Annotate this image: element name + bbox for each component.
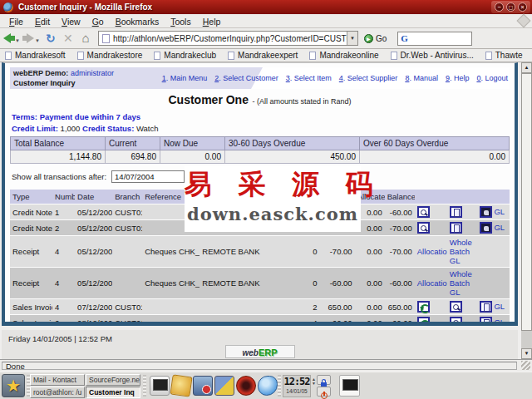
- page-nav-link[interactable]: 0. Logout: [476, 74, 508, 82]
- action-cell: [477, 236, 510, 267]
- transaction-cell: CUST01: [112, 299, 142, 314]
- menu-item[interactable]: Bookmarks: [110, 15, 165, 28]
- applet-handle[interactable]: [143, 375, 146, 397]
- menu-item[interactable]: Go: [86, 15, 110, 28]
- back-arrow-icon: [3, 33, 11, 43]
- remote-desktop-icon[interactable]: [193, 376, 213, 396]
- document-icon[interactable]: [450, 206, 462, 218]
- home-icon[interactable]: ⌂: [78, 32, 93, 44]
- task-button[interactable]: Customer Inq: [86, 387, 140, 398]
- maximize-button[interactable]: ◻: [506, 2, 515, 12]
- gl-link[interactable]: GL: [494, 223, 505, 232]
- transaction-cell: [142, 315, 200, 326]
- bookmark-item[interactable]: Mandrakestore: [77, 51, 143, 60]
- bookmark-item[interactable]: Mandrakeexpert: [228, 51, 298, 60]
- menu-item[interactable]: Help: [197, 15, 227, 28]
- gl-link[interactable]: GL: [494, 207, 505, 216]
- menu-item[interactable]: File: [3, 15, 29, 28]
- lock-session-button[interactable]: [317, 375, 331, 385]
- search-input[interactable]: G: [397, 32, 472, 46]
- weberp-logo[interactable]: webERP: [225, 345, 295, 358]
- summary-header-row: Total BalanceCurrentNow Due30-60 Days Ov…: [11, 137, 510, 150]
- bookmark-item[interactable]: Mandrakeonline: [309, 51, 378, 60]
- action-cell: [447, 315, 477, 326]
- action-cell: Allocation: [415, 236, 447, 267]
- page-nav-link[interactable]: 2. Select Customer: [214, 74, 278, 82]
- stop-icon[interactable]: ✕: [61, 32, 76, 44]
- hand-icon[interactable]: [480, 222, 492, 234]
- gl-link[interactable]: GL: [494, 302, 505, 311]
- transaction-cell: -60.00: [385, 204, 415, 219]
- applet-handle[interactable]: [278, 375, 281, 397]
- k-menu-button[interactable]: ★: [2, 374, 25, 397]
- bookmark-item[interactable]: Mandrakeclub: [154, 51, 216, 60]
- minimize-button[interactable]: −: [495, 2, 504, 12]
- whole-batch-gl-link[interactable]: Whole Batch GL: [450, 238, 472, 265]
- document-icon[interactable]: [480, 301, 492, 313]
- clock-spin-icons[interactable]: ▲▼: [312, 377, 316, 386]
- resize-grip[interactable]: [521, 361, 530, 370]
- back-button[interactable]: ▼: [3, 33, 21, 43]
- menu-item[interactable]: View: [56, 15, 86, 28]
- scroll-down-icon[interactable]: ▼: [521, 348, 532, 359]
- magnifier-icon[interactable]: [450, 317, 462, 326]
- page-nav-link[interactable]: 9. Help: [446, 74, 470, 82]
- transaction-cell: -70.00: [320, 236, 355, 267]
- logout-button[interactable]: [317, 387, 331, 397]
- reload-icon[interactable]: ↻: [43, 32, 58, 44]
- page-nav-link[interactable]: 4. Select Supplier: [339, 74, 398, 82]
- red-star-icon[interactable]: [236, 376, 256, 396]
- menu-item[interactable]: Tools: [165, 15, 197, 28]
- back-dropdown-icon[interactable]: ▼: [15, 38, 20, 43]
- url-bar[interactable]: http://athlon/webERP/CustomerInquiry.php…: [98, 31, 358, 46]
- forward-dropdown-icon[interactable]: ▼: [35, 38, 40, 43]
- gl-link[interactable]: GL: [494, 318, 505, 326]
- magnifier-icon[interactable]: [450, 301, 462, 313]
- vertical-scrollbar[interactable]: ▲ ▼: [521, 62, 532, 359]
- transaction-cell: 05/12/2004: [75, 220, 112, 235]
- bookmark-item[interactable]: Dr.Web - Antivirus...: [391, 51, 474, 60]
- konsole-icon[interactable]: [150, 376, 170, 396]
- document-icon[interactable]: [450, 222, 462, 234]
- allocation-link[interactable]: Allocation: [417, 247, 447, 256]
- hand-icon[interactable]: [480, 206, 492, 218]
- url-dropdown-icon[interactable]: ▼: [347, 32, 357, 45]
- paint-icon[interactable]: [214, 376, 234, 396]
- magnifier-icon[interactable]: [417, 206, 430, 218]
- page-nav-link[interactable]: 1. Main Menu: [162, 74, 208, 82]
- forward-button[interactable]: ▼: [23, 33, 41, 43]
- page-nav-link[interactable]: 8. Manual: [405, 74, 438, 82]
- clock-time: 12:52: [283, 376, 310, 388]
- go-button[interactable]: ▶Go: [361, 33, 390, 44]
- date-after-input[interactable]: [111, 170, 185, 183]
- action-cell: [447, 220, 477, 235]
- scrollbar-thumb[interactable]: [521, 73, 532, 331]
- logo-erp: ERP: [259, 347, 278, 357]
- window-titlebar[interactable]: Customer Inquiry - Mozilla Firefox − ◻ ×: [0, 0, 532, 14]
- transactions-header-cell: Number: [52, 190, 75, 204]
- konqueror-icon[interactable]: [258, 376, 278, 396]
- transactions-header-cell: Branch: [112, 190, 142, 204]
- document-icon[interactable]: [480, 317, 492, 326]
- close-button[interactable]: ×: [518, 2, 527, 12]
- bookmark-item[interactable]: Mandrakesoft: [5, 51, 66, 60]
- taskbar-clock[interactable]: 12:52 14/01/05: [283, 375, 311, 397]
- page-nav-link[interactable]: 3. Select Item: [286, 74, 332, 82]
- scroll-up-icon[interactable]: ▲: [521, 62, 532, 73]
- allocation-link[interactable]: Allocation: [417, 278, 447, 288]
- menu-item[interactable]: Edit: [29, 15, 56, 28]
- magnifier-icon[interactable]: [417, 222, 430, 234]
- task-button[interactable]: Mail - Kontact: [30, 374, 85, 386]
- refresh-inquiry-button[interactable]: Refresh Inquiry: [190, 170, 258, 184]
- task-button[interactable]: SourceForge.ne: [86, 374, 140, 386]
- print-icon[interactable]: [417, 301, 430, 313]
- print-icon[interactable]: [417, 317, 430, 326]
- url-input[interactable]: http://athlon/webERP/CustomerInquiry.php…: [113, 34, 347, 43]
- go-label: Go: [376, 34, 387, 43]
- transaction-cell: 650.00: [385, 299, 415, 314]
- task-button[interactable]: root@athlon: /u: [30, 387, 85, 398]
- terminal-tray-icon[interactable]: [339, 375, 360, 397]
- bookmark-item[interactable]: Thawte: [485, 51, 523, 60]
- quill-icon[interactable]: [170, 374, 192, 397]
- whole-batch-gl-link[interactable]: Whole Batch GL: [450, 269, 472, 297]
